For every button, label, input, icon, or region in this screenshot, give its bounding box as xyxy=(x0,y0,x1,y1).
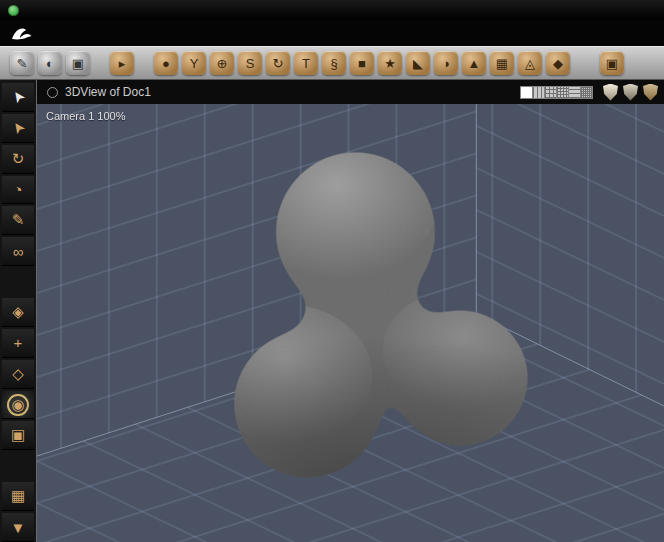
viewport-header-controls xyxy=(490,84,658,101)
light-object-icon[interactable]: ◆ xyxy=(546,51,570,75)
orbit-view-tool-icon[interactable]: ◔ xyxy=(2,176,34,205)
uv-tool-icon[interactable]: ▣ xyxy=(66,51,90,75)
viewport-widget-icon[interactable] xyxy=(47,87,58,98)
rotate-view-tool-icon[interactable]: ↻ xyxy=(2,145,34,174)
star-object-icon[interactable]: ★ xyxy=(378,51,402,75)
pan-tool-icon[interactable]: + xyxy=(2,329,34,358)
camera-label: Camera 1 100% xyxy=(46,110,126,122)
trackball-tool-icon[interactable]: ◉ xyxy=(2,391,34,420)
spiral-object-icon[interactable]: § xyxy=(322,51,346,75)
scene-3d xyxy=(37,104,664,542)
viewport-3d[interactable]: Camera 1 100% xyxy=(37,104,664,542)
select-tool-icon[interactable]: ➤ xyxy=(2,83,34,112)
window-titlebar[interactable] xyxy=(0,0,664,20)
shield-icon-2[interactable] xyxy=(623,84,638,101)
hand-tool-icon[interactable]: ◐ xyxy=(38,51,62,75)
lathe-object-icon[interactable]: Y xyxy=(182,51,206,75)
viewport-header: 3DView of Doc1 xyxy=(37,80,664,104)
main-toolbar: ✎ ◐ ▣ ▸ ● Y ⊕ S ↻ T § ■ xyxy=(0,46,664,80)
mesh-object-icon[interactable]: ▦ xyxy=(490,51,514,75)
axis-move-tool-icon[interactable]: ◈ xyxy=(2,298,34,327)
shield-buttons xyxy=(603,84,658,101)
draw-tool-icon[interactable]: ✎ xyxy=(10,51,34,75)
display-mode-buttons xyxy=(521,86,593,99)
terrain-object-icon[interactable]: ▲ xyxy=(462,51,486,75)
globe-object-icon[interactable]: ⊕ xyxy=(210,51,234,75)
plane-object-icon[interactable]: ◣ xyxy=(406,51,430,75)
pen-tool-icon[interactable]: ✎ xyxy=(2,206,34,235)
sphere-primitive-icon[interactable]: ● xyxy=(154,51,178,75)
grab-view-tool-icon[interactable]: ▼ xyxy=(2,513,34,542)
move-tool-icon[interactable]: ➤ xyxy=(2,114,34,143)
display-mode-mesh[interactable] xyxy=(580,86,593,99)
shield-icon-1[interactable] xyxy=(603,84,618,101)
window-close-button[interactable] xyxy=(8,5,19,16)
surface-object-icon[interactable]: ◬ xyxy=(518,51,542,75)
sketch-modeling-icon[interactable]: ▸ xyxy=(110,51,134,75)
shield-icon-3[interactable] xyxy=(643,84,658,101)
menu-bar xyxy=(0,20,664,46)
app-logo-icon[interactable] xyxy=(10,24,34,42)
path-object-icon[interactable]: S xyxy=(238,51,262,75)
text-object-icon[interactable]: T xyxy=(294,51,318,75)
app-window: ✎ ◐ ▣ ▸ ● Y ⊕ S ↻ T § ■ xyxy=(0,0,664,542)
menu-items xyxy=(42,20,202,46)
tool-sidebar: ➤ ➤ ↻ ◔ ✎ ∞ ◈ + ◇ ◉ xyxy=(0,80,37,542)
link-tool-icon[interactable]: ∞ xyxy=(2,237,34,266)
main-area: ➤ ➤ ↻ ◔ ✎ ∞ ◈ + ◇ ◉ xyxy=(0,80,664,542)
camera-view-tool-icon[interactable]: ▦ xyxy=(2,482,34,511)
viewport-title: 3DView of Doc1 xyxy=(65,85,151,99)
camera-object-icon[interactable]: ▣ xyxy=(600,51,624,75)
cube-primitive-icon[interactable]: ■ xyxy=(350,51,374,75)
viewport-column: 3DView of Doc1 xyxy=(37,80,664,542)
rotate-object-icon[interactable]: ↻ xyxy=(266,51,290,75)
box-view-tool-icon[interactable]: ▣ xyxy=(2,421,34,450)
scale-tool-icon[interactable]: ◇ xyxy=(2,360,34,389)
hand-object-icon[interactable]: ◑ xyxy=(434,51,458,75)
